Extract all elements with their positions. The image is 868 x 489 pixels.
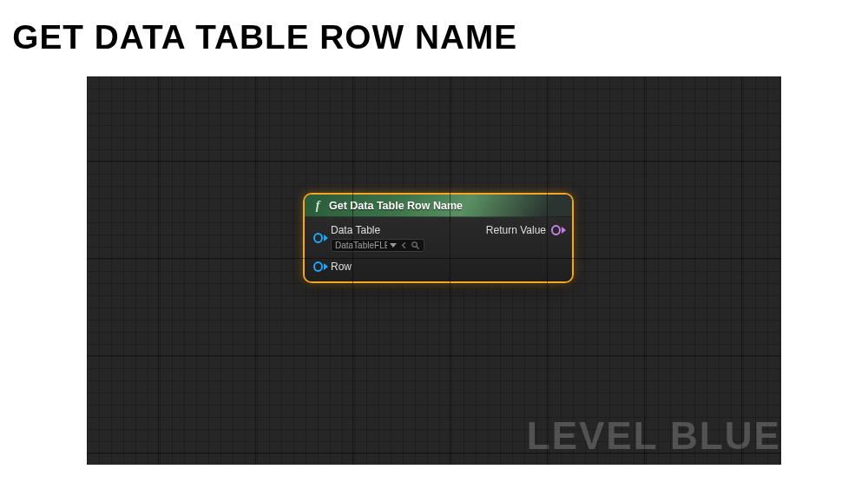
input-pin-data-table[interactable]: Data Table DataTableFLExam: [313, 224, 424, 252]
function-icon: f: [312, 200, 324, 212]
pin-label: Row: [331, 261, 352, 273]
pin-connector-icon[interactable]: [551, 224, 563, 236]
search-icon[interactable]: [411, 241, 420, 250]
node-get-data-table-row-name[interactable]: f Get Data Table Row Name Data Table Dat…: [303, 193, 574, 283]
asset-picker[interactable]: DataTableFLExam: [331, 239, 424, 252]
node-body: Data Table DataTableFLExam: [305, 217, 572, 281]
canvas-watermark: LEVEL BLUEI: [527, 414, 781, 458]
pin-connector-icon[interactable]: [313, 261, 326, 273]
node-header[interactable]: f Get Data Table Row Name: [305, 195, 572, 217]
blueprint-canvas[interactable]: LEVEL BLUEI f Get Data Table Row Name Da…: [87, 76, 781, 465]
pin-label: Return Value: [486, 224, 546, 236]
pin-label: Data Table: [331, 224, 424, 236]
input-pin-row[interactable]: Row: [313, 261, 352, 273]
pin-connector-icon[interactable]: [313, 232, 326, 244]
node-title: Get Data Table Row Name: [329, 200, 463, 212]
asset-value: DataTableFLExam: [335, 241, 387, 250]
chevron-down-icon[interactable]: [390, 243, 397, 248]
arrow-left-icon[interactable]: [399, 241, 409, 250]
page-title: GET DATA TABLE ROW NAME: [12, 19, 517, 56]
svg-line-1: [417, 247, 418, 248]
output-pin-return-value[interactable]: Return Value: [486, 224, 563, 236]
